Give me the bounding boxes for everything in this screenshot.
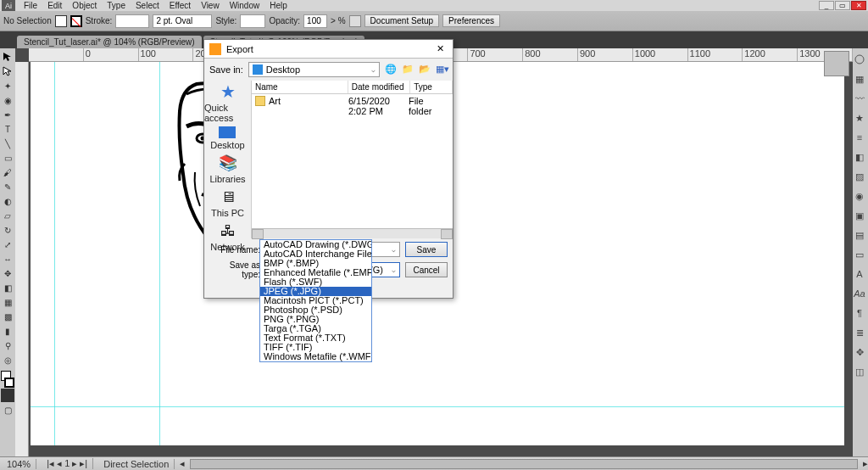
panel-transform-icon[interactable]: ✥ bbox=[853, 343, 866, 361]
scale-tool-icon[interactable]: ⤢ bbox=[1, 238, 14, 251]
dropdown-option[interactable]: JPEG (*.JPG) bbox=[260, 287, 371, 296]
pencil-tool-icon[interactable]: ✎ bbox=[1, 180, 14, 193]
up-level-icon[interactable]: 📁 bbox=[402, 64, 414, 76]
tab-document-1[interactable]: Stencil_Tut_laser.ai* @ 104% (RGB/Previe… bbox=[17, 36, 202, 48]
eraser-tool-icon[interactable]: ▱ bbox=[1, 209, 14, 222]
menu-view[interactable]: View bbox=[196, 1, 225, 10]
style-combo[interactable] bbox=[240, 14, 265, 28]
panel-graphic-styles-icon[interactable]: ▣ bbox=[853, 206, 866, 225]
line-tool-icon[interactable]: ╲ bbox=[1, 137, 14, 150]
file-row[interactable]: Art 6/15/2020 2:02 PM File folder bbox=[252, 94, 453, 118]
menu-file[interactable]: File bbox=[19, 1, 42, 10]
save-in-combo[interactable]: Desktop ⌵ bbox=[248, 62, 380, 77]
panel-swatches-icon[interactable]: ▦ bbox=[853, 70, 866, 88]
dropdown-option[interactable]: Windows Metafile (*.WMF) bbox=[260, 352, 371, 361]
dropdown-option[interactable]: Targa (*.TGA) bbox=[260, 324, 371, 333]
dropdown-option[interactable]: Photoshop (*.PSD) bbox=[260, 305, 371, 315]
color-mode-icon[interactable] bbox=[1, 389, 14, 402]
blend-tool-icon[interactable]: ◎ bbox=[1, 353, 14, 366]
dropdown-option[interactable]: Text Format (*.TXT) bbox=[260, 333, 371, 343]
cancel-button[interactable]: Cancel bbox=[405, 262, 448, 277]
menu-help[interactable]: Help bbox=[264, 1, 292, 10]
panel-brushes-icon[interactable]: 〰 bbox=[853, 89, 866, 108]
stroke-weight-combo[interactable]: 2 pt. Oval bbox=[153, 14, 212, 28]
magic-wand-tool-icon[interactable]: ✦ bbox=[1, 79, 14, 92]
type-tool-icon[interactable]: T bbox=[1, 122, 14, 136]
pen-tool-icon[interactable]: ✒ bbox=[1, 108, 14, 121]
panel-opentype-icon[interactable]: Aa bbox=[853, 284, 866, 303]
rotate-tool-icon[interactable]: ↻ bbox=[1, 223, 14, 237]
place-quick-access[interactable]: ★Quick access bbox=[204, 82, 251, 123]
panel-layers-icon[interactable]: ▤ bbox=[853, 226, 866, 244]
width-tool-icon[interactable]: ↔ bbox=[1, 252, 14, 266]
file-list-scrollbar[interactable] bbox=[252, 228, 453, 238]
horizontal-scrollbar[interactable] bbox=[190, 459, 858, 469]
scroll-left-icon[interactable]: ◂ bbox=[180, 458, 185, 469]
panel-transparency-icon[interactable]: ▨ bbox=[853, 167, 866, 186]
navigator-popup[interactable] bbox=[824, 51, 849, 76]
save-button[interactable]: Save bbox=[405, 242, 448, 257]
view-menu-icon[interactable]: ▦▾ bbox=[436, 64, 448, 76]
selection-tool-icon[interactable] bbox=[1, 50, 14, 64]
panel-pathfinder-icon[interactable]: ◫ bbox=[853, 362, 866, 381]
panel-appearance-icon[interactable]: ◉ bbox=[853, 187, 866, 205]
dropdown-option[interactable]: Macintosh PICT (*.PCT) bbox=[260, 296, 371, 305]
file-list-header[interactable]: Name Date modified Type bbox=[252, 81, 453, 94]
eyedropper-tool-icon[interactable]: ⚲ bbox=[1, 339, 14, 352]
stroke-value-field[interactable] bbox=[115, 14, 149, 28]
maximize-button[interactable]: ▭ bbox=[835, 1, 850, 10]
menu-object[interactable]: Object bbox=[67, 1, 102, 10]
dropdown-option[interactable]: AutoCAD Drawing (*.DWG) bbox=[260, 240, 371, 249]
back-icon[interactable]: 🌐 bbox=[385, 64, 397, 76]
menu-edit[interactable]: Edit bbox=[42, 1, 67, 10]
lasso-tool-icon[interactable]: ◉ bbox=[1, 93, 14, 107]
panel-paragraph-icon[interactable]: ¶ bbox=[853, 304, 866, 322]
dropdown-option[interactable]: Enhanced Metafile (*.EMF) bbox=[260, 268, 371, 277]
dropdown-option[interactable]: TIFF (*.TIF) bbox=[260, 343, 371, 352]
dropdown-option[interactable]: BMP (*.BMP) bbox=[260, 259, 371, 268]
panel-color-icon[interactable] bbox=[853, 50, 866, 69]
screen-mode-icon[interactable]: ▢ bbox=[1, 403, 14, 417]
artboard-nav[interactable]: |◂ ◂ 1 ▸ ▸| bbox=[42, 458, 93, 469]
preferences-button[interactable]: Preferences bbox=[442, 14, 500, 27]
scroll-right-icon[interactable]: ▸ bbox=[863, 458, 868, 469]
dialog-close-button[interactable]: ✕ bbox=[432, 43, 448, 54]
zoom-level[interactable]: 104% bbox=[2, 459, 36, 469]
dropdown-option[interactable]: Flash (*.SWF) bbox=[260, 277, 371, 287]
panel-artboards-icon[interactable]: ▭ bbox=[853, 245, 866, 264]
file-list[interactable]: Name Date modified Type Art 6/15/2020 2:… bbox=[251, 81, 453, 238]
perspective-tool-icon[interactable]: ▦ bbox=[1, 295, 14, 309]
menu-select[interactable]: Select bbox=[131, 1, 164, 10]
blob-brush-tool-icon[interactable]: ◐ bbox=[1, 194, 14, 208]
save-as-type-dropdown[interactable]: AutoCAD Drawing (*.DWG)AutoCAD Interchan… bbox=[259, 239, 372, 362]
menu-window[interactable]: Window bbox=[225, 1, 265, 10]
gradient-tool-icon[interactable]: ▮ bbox=[1, 324, 14, 338]
panel-align-icon[interactable]: ≣ bbox=[853, 323, 866, 342]
shape-builder-tool-icon[interactable]: ◧ bbox=[1, 281, 14, 294]
fill-stroke-control[interactable] bbox=[1, 371, 14, 388]
opacity-field[interactable]: 100 bbox=[303, 14, 327, 28]
place-desktop[interactable]: Desktop bbox=[210, 126, 244, 150]
minimize-button[interactable]: _ bbox=[819, 1, 834, 10]
dropdown-option[interactable]: AutoCAD Interchange File (*.DXF) bbox=[260, 249, 371, 259]
new-folder-icon[interactable]: 📂 bbox=[419, 64, 431, 76]
direct-selection-tool-icon[interactable] bbox=[1, 64, 14, 78]
panel-stroke-icon[interactable]: ≡ bbox=[853, 128, 866, 147]
document-setup-button[interactable]: Document Setup bbox=[364, 14, 440, 27]
place-this-pc[interactable]: 🖥This PC bbox=[211, 187, 244, 218]
mesh-tool-icon[interactable]: ▩ bbox=[1, 310, 14, 323]
align-icon[interactable] bbox=[349, 15, 361, 27]
menu-type[interactable]: Type bbox=[102, 1, 131, 10]
panel-gradient-icon[interactable]: ◧ bbox=[853, 148, 866, 166]
dropdown-option[interactable]: PNG (*.PNG) bbox=[260, 315, 371, 324]
place-libraries[interactable]: 📚Libraries bbox=[209, 154, 245, 184]
paintbrush-tool-icon[interactable]: 🖌 bbox=[1, 165, 14, 179]
dialog-titlebar[interactable]: Export ✕ bbox=[204, 40, 453, 59]
panel-character-icon[interactable]: A bbox=[853, 265, 866, 283]
menu-effect[interactable]: Effect bbox=[164, 1, 196, 10]
free-transform-tool-icon[interactable]: ✥ bbox=[1, 266, 14, 280]
fill-swatch[interactable] bbox=[55, 15, 67, 27]
close-button[interactable]: ✕ bbox=[851, 1, 866, 10]
rectangle-tool-icon[interactable]: ▭ bbox=[1, 151, 14, 165]
panel-symbols-icon[interactable]: ★ bbox=[853, 109, 866, 127]
